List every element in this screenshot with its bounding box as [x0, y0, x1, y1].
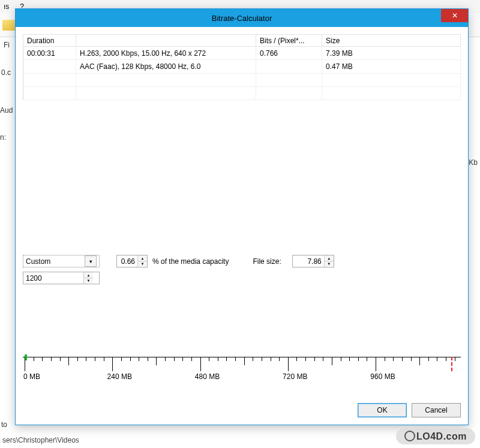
ruler-tick-minor: [104, 357, 104, 361]
dialog-body: Duration Bits / (Pixel*... Size 00:00:31…: [16, 27, 468, 425]
ruler-tick-minor: [341, 357, 341, 361]
ruler-tick-minor: [77, 357, 78, 361]
ruler-baseline: [23, 357, 461, 357]
ruler-tick-minor: [314, 357, 315, 361]
table-row[interactable]: AAC (Faac), 128 Kbps, 48000 Hz, 6.0 0.47…: [23, 60, 461, 73]
ruler-tick-minor: [226, 357, 227, 361]
spinner-up-icon[interactable]: ▲: [138, 255, 147, 261]
bg-label: 0.c: [1, 68, 11, 77]
ruler-tick-minor: [305, 357, 306, 361]
cell-size: 0.47 MB: [322, 60, 461, 73]
ruler-tick-major: [376, 357, 376, 371]
ruler-tick-minor: [34, 357, 34, 361]
spinner-down-icon[interactable]: ▼: [84, 278, 93, 283]
table-row[interactable]: [23, 73, 461, 86]
ruler-tick-minor: [262, 357, 262, 361]
ruler-tick-minor: [358, 357, 359, 361]
bitrate-spinner[interactable]: ▲ ▼: [23, 272, 100, 284]
ruler-tick-minor: [139, 357, 139, 361]
bg-label: Aud: [0, 106, 13, 115]
ruler-tick-medium: [68, 357, 69, 365]
close-icon: ✕: [452, 11, 458, 20]
ruler-tick-major: [288, 357, 289, 371]
ruler-tick-label: 0 MB: [23, 372, 40, 381]
filesize-input[interactable]: [293, 255, 324, 267]
ruler-tick-minor: [95, 357, 95, 361]
table-row[interactable]: [23, 86, 461, 100]
ruler-tick-minor: [271, 357, 271, 361]
ruler-tick-minor: [411, 357, 412, 361]
watermark-text: LO4D.com: [416, 431, 467, 441]
bg-label: n:: [0, 133, 6, 142]
ruler-tick-minor: [86, 357, 86, 361]
ruler-tick-minor: [402, 357, 403, 361]
spinner-down-icon[interactable]: ▼: [325, 261, 334, 266]
percent-input[interactable]: [117, 255, 137, 267]
ruler-tick-minor: [419, 357, 420, 365]
ruler-tick-minor: [296, 357, 297, 361]
ruler-tick-minor: [191, 357, 192, 361]
ruler-tick-minor: [455, 357, 455, 361]
ok-button[interactable]: OK: [358, 403, 407, 417]
ruler-tick-minor: [165, 357, 166, 361]
spinner-up-icon[interactable]: ▲: [325, 255, 334, 261]
ruler-tick-minor: [393, 357, 394, 361]
cell-bits: 0.766: [256, 47, 322, 60]
controls-row: Custom ▾ ▲ ▼ % of the media capacity Fil…: [23, 255, 461, 267]
ruler-tick-minor: [437, 357, 437, 361]
ruler-limit-marker: [451, 357, 452, 371]
titlebar[interactable]: Bitrate-Calculator ✕: [16, 9, 468, 27]
spinner-down-icon[interactable]: ▼: [138, 261, 147, 266]
ruler-tick-minor: [42, 357, 43, 361]
ruler-tick-label: 960 MB: [370, 372, 395, 381]
ruler-tick-major: [112, 357, 113, 371]
size-ruler[interactable]: 0 MB240 MB480 MB720 MB960 MB: [23, 357, 461, 393]
bg-label: to: [1, 420, 7, 429]
ruler-tick-minor: [60, 357, 61, 361]
background-path: sers\Christopher\Videos: [2, 436, 79, 444]
ruler-tick-minor: [121, 357, 122, 361]
media-select[interactable]: Custom ▾: [23, 255, 100, 267]
ruler-tick-minor: [253, 357, 253, 361]
ruler-tick-minor: [148, 357, 148, 361]
col-header-duration[interactable]: Duration: [23, 35, 76, 47]
ruler-tick-minor: [182, 357, 183, 361]
cell-duration: 00:00:31: [23, 47, 76, 60]
cell-size: 7.39 MB: [322, 47, 461, 60]
ruler-tick-minor: [428, 357, 429, 361]
ruler-tick-label: 480 MB: [195, 372, 220, 381]
col-header-size[interactable]: Size: [322, 35, 461, 47]
table-row[interactable]: 00:00:31 H.263, 2000 Kbps, 15.00 Hz, 640…: [23, 47, 461, 60]
filesize-spinner[interactable]: ▲ ▼: [292, 255, 334, 267]
bg-label: Fi: [4, 41, 10, 49]
percent-label: % of the media capacity: [152, 257, 229, 266]
ruler-tick-minor: [385, 357, 385, 361]
col-header-bits[interactable]: Bits / (Pixel*...: [256, 35, 322, 47]
spinner-up-icon[interactable]: ▲: [84, 272, 93, 278]
ruler-tick-minor: [209, 357, 209, 361]
bitrate-row: ▲ ▼: [23, 272, 100, 284]
ruler-tick-minor: [349, 357, 350, 361]
cancel-button[interactable]: Cancel: [412, 403, 461, 417]
ruler-tick-minor: [235, 357, 236, 361]
ruler-tick-major: [25, 357, 25, 371]
cell-desc: AAC (Faac), 128 Kbps, 48000 Hz, 6.0: [76, 60, 256, 73]
col-header-desc[interactable]: [76, 35, 256, 47]
filesize-label: File size:: [253, 257, 281, 266]
close-button[interactable]: ✕: [441, 9, 468, 22]
bg-menu-item[interactable]: ıs: [1, 1, 11, 12]
streams-table: Duration Bits / (Pixel*... Size 00:00:31…: [23, 34, 461, 100]
folder-icon[interactable]: [2, 20, 16, 31]
ruler-tick-medium: [244, 357, 245, 365]
chevron-down-icon: ▾: [85, 255, 97, 267]
media-select-value: Custom: [26, 257, 50, 266]
bitrate-calculator-dialog: Bitrate-Calculator ✕ Duration Bits / (Pi…: [15, 8, 469, 425]
ruler-tick-medium: [156, 357, 157, 365]
bitrate-input[interactable]: [23, 272, 83, 284]
ruler-tick-label: 240 MB: [107, 372, 132, 381]
ruler-tick-minor: [367, 357, 367, 361]
bg-label: Kb: [469, 158, 478, 167]
percent-spinner[interactable]: ▲ ▼: [116, 255, 148, 267]
watermark: LO4D.com: [396, 428, 475, 444]
ruler-tick-minor: [323, 357, 323, 361]
